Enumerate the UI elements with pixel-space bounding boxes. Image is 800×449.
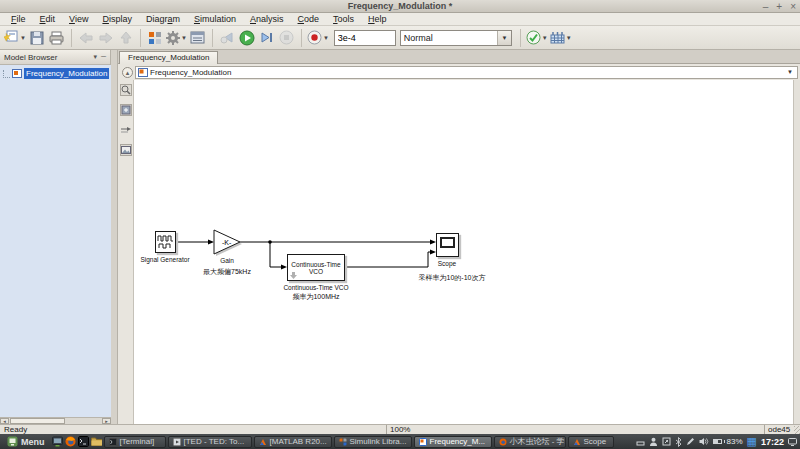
run-button[interactable] bbox=[237, 28, 257, 48]
menu-tools[interactable]: Tools bbox=[326, 14, 361, 24]
terminal-icon[interactable] bbox=[78, 436, 89, 447]
sample-time-button[interactable] bbox=[120, 124, 132, 136]
bluetooth-icon[interactable] bbox=[675, 437, 682, 447]
library-browser-button[interactable] bbox=[145, 28, 165, 48]
breadcrumb-up-icon[interactable]: ▴ bbox=[122, 67, 133, 78]
battery-percent: 83% bbox=[727, 437, 743, 446]
menu-code[interactable]: Code bbox=[291, 14, 327, 24]
model-settings-caret-icon: ▼ bbox=[181, 35, 187, 41]
green-check-icon bbox=[526, 30, 541, 45]
up-to-parent-button[interactable] bbox=[116, 28, 136, 48]
media-player-icon bbox=[173, 438, 181, 446]
breadcrumb-caret-icon[interactable]: ▼ bbox=[787, 69, 795, 75]
simulation-mode-select[interactable]: Normal ▼ bbox=[400, 30, 512, 46]
taskbar-window-terminal[interactable]: [Terminal] bbox=[104, 436, 166, 448]
close-icon[interactable]: × bbox=[790, 2, 796, 12]
gain-value: -K- bbox=[222, 239, 232, 246]
step-forward-button[interactable] bbox=[257, 28, 277, 48]
menu-display[interactable]: Display bbox=[95, 14, 139, 24]
browser-collapse-icon[interactable]: ─ bbox=[101, 53, 106, 61]
taskbar-window-scope[interactable]: Scope bbox=[568, 436, 614, 448]
scope-block[interactable] bbox=[436, 233, 459, 257]
magnifier-icon bbox=[121, 85, 131, 95]
simulation-mode-value: Normal bbox=[401, 33, 497, 43]
print-button[interactable] bbox=[47, 28, 67, 48]
back-button[interactable] bbox=[76, 28, 96, 48]
tree-connector bbox=[3, 70, 10, 78]
menu-analysis[interactable]: Analysis bbox=[243, 14, 291, 24]
display-icon[interactable] bbox=[788, 438, 797, 446]
menu-help[interactable]: Help bbox=[361, 14, 394, 24]
stop-button[interactable] bbox=[277, 28, 297, 48]
build-button[interactable]: ▼ bbox=[549, 28, 573, 48]
battery-indicator[interactable]: 83% bbox=[713, 437, 743, 446]
folder-icon[interactable] bbox=[91, 436, 102, 447]
tree-item-frequency-modulation[interactable]: Frequency_Modulation bbox=[0, 68, 111, 79]
edit-pencil-icon[interactable] bbox=[686, 437, 695, 446]
user-icon[interactable] bbox=[649, 437, 658, 446]
simulation-stop-time-input[interactable] bbox=[334, 30, 396, 46]
file-manager-icon[interactable] bbox=[52, 436, 63, 447]
new-model-button[interactable]: ▼ bbox=[3, 28, 27, 48]
step-back-icon bbox=[220, 31, 234, 44]
volume-icon[interactable] bbox=[699, 437, 709, 446]
annotation-button[interactable] bbox=[120, 144, 132, 156]
tab-bar: Frequency_Modulation bbox=[118, 50, 800, 64]
model-advisor-button[interactable]: ▼ bbox=[525, 28, 549, 48]
signal-generator-block[interactable] bbox=[155, 231, 176, 253]
breadcrumb-field[interactable]: Frequency_Modulation ▼ bbox=[135, 66, 798, 79]
menu-label: Menu bbox=[21, 437, 45, 447]
battery-icon bbox=[713, 439, 722, 444]
taskbar-window-matlab[interactable]: [MATLAB R20... bbox=[254, 436, 332, 448]
maximize-icon[interactable]: + bbox=[776, 2, 782, 12]
menu-diagram[interactable]: Diagram bbox=[139, 14, 187, 24]
tab-frequency-modulation[interactable]: Frequency_Modulation bbox=[119, 51, 218, 64]
browser-menu-icon[interactable]: ▾ bbox=[94, 53, 98, 61]
clipboard-icon[interactable] bbox=[662, 437, 671, 446]
taskbar-window-ted[interactable]: [TED - TED: To... bbox=[168, 436, 252, 448]
menu-edit[interactable]: Edit bbox=[33, 14, 63, 24]
image-icon bbox=[121, 146, 131, 154]
menu-view[interactable]: View bbox=[62, 14, 95, 24]
toolbar-separator bbox=[71, 29, 72, 47]
new-model-caret-icon: ▼ bbox=[20, 35, 26, 41]
taskbar-window-simulink-library[interactable]: Simulink Libra... bbox=[334, 436, 412, 448]
model-settings-button[interactable]: ▼ bbox=[165, 28, 188, 48]
new-model-icon bbox=[4, 30, 19, 45]
manage-configurations-button[interactable] bbox=[188, 28, 208, 48]
fit-to-view-button[interactable] bbox=[120, 104, 132, 116]
browser-horizontal-scrollbar[interactable]: ◂ ▸ bbox=[0, 417, 111, 424]
workspace-grid-icon[interactable]: ▦ bbox=[747, 436, 757, 447]
arrow-icon bbox=[121, 126, 131, 134]
minimize-icon[interactable]: – bbox=[763, 2, 769, 12]
window-tray-icon[interactable] bbox=[636, 437, 645, 446]
record-button[interactable]: ▼ bbox=[306, 28, 330, 48]
taskbar-window-frequency-modulation[interactable]: Frequency_M... bbox=[414, 436, 492, 448]
toolbar-separator bbox=[212, 29, 213, 47]
firefox-icon[interactable] bbox=[65, 436, 76, 447]
panel-splitter[interactable] bbox=[111, 50, 118, 424]
step-back-button[interactable] bbox=[217, 28, 237, 48]
simulink-icon bbox=[419, 438, 427, 446]
canvas-right-strip bbox=[793, 80, 800, 424]
resize-grip[interactable] bbox=[794, 426, 800, 434]
solver-name: ode45 bbox=[764, 425, 794, 434]
vco-block[interactable]: Continuous-Time VCO bbox=[287, 254, 345, 281]
taskbar-window-firefox[interactable]: 小木虫论坛 - 学... bbox=[494, 436, 566, 448]
title-bar: Frequency_Modulation * – + × bbox=[0, 0, 800, 13]
forward-icon bbox=[99, 32, 113, 44]
print-icon bbox=[49, 31, 64, 45]
scope-screen-icon bbox=[440, 237, 455, 248]
menu-simulation[interactable]: Simulation bbox=[187, 14, 243, 24]
menu-button[interactable]: Menu bbox=[2, 435, 50, 448]
gain-label: Gain bbox=[220, 257, 234, 264]
status-text: Ready bbox=[4, 425, 27, 434]
menu-file[interactable]: File bbox=[4, 14, 33, 24]
toolbar-separator bbox=[140, 29, 141, 47]
zoom-button[interactable] bbox=[120, 84, 132, 96]
gear-icon bbox=[166, 31, 180, 45]
save-button[interactable] bbox=[27, 28, 47, 48]
matlab-icon bbox=[573, 438, 581, 446]
forward-button[interactable] bbox=[96, 28, 116, 48]
diagram-canvas[interactable]: -K- Signal Generator bbox=[134, 80, 793, 424]
